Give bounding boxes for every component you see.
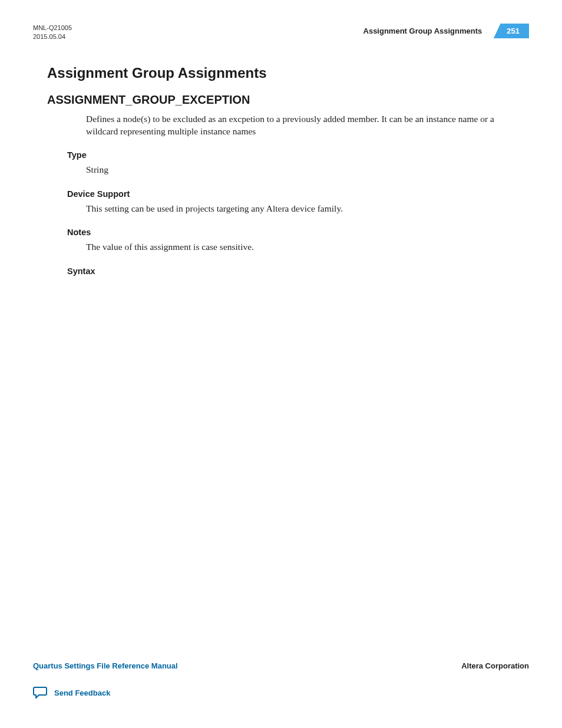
subhead-type: Type	[67, 150, 529, 160]
notes-body-block: The value of this assignment is case sen…	[86, 241, 505, 253]
intro-paragraph: Defines a node(s) to be excluded as an e…	[86, 113, 505, 138]
send-feedback-link[interactable]: Send Feedback	[33, 686, 529, 700]
manual-title-link[interactable]: Quartus Settings File Reference Manual	[33, 661, 178, 670]
section-heading-2: ASSIGNMENT_GROUP_EXCEPTION	[47, 93, 529, 107]
doc-date: 2015.05.04	[33, 32, 72, 41]
speech-bubble-icon	[33, 686, 48, 700]
header-section-title: Assignment Group Assignments	[363, 27, 482, 35]
footer-row: Quartus Settings File Reference Manual A…	[33, 661, 529, 670]
subhead-syntax: Syntax	[67, 266, 529, 276]
type-body: String	[86, 163, 505, 176]
type-body-block: String	[86, 163, 505, 176]
document-page: MNL-Q21005 2015.05.04 Assignment Group A…	[0, 0, 562, 728]
device-support-body-block: This setting can be used in projects tar…	[86, 202, 505, 215]
page-header: MNL-Q21005 2015.05.04 Assignment Group A…	[33, 24, 529, 41]
corporation-name: Altera Corporation	[461, 661, 529, 670]
page-number-badge: 251	[494, 24, 529, 38]
header-meta: MNL-Q21005 2015.05.04	[33, 24, 72, 41]
intro-paragraph-block: Defines a node(s) to be excluded as an e…	[86, 113, 505, 138]
subhead-device-support: Device Support	[67, 189, 529, 199]
send-feedback-label: Send Feedback	[54, 689, 110, 697]
section-heading-1: Assignment Group Assignments	[47, 65, 529, 81]
header-right: Assignment Group Assignments 251	[363, 24, 529, 38]
doc-id: MNL-Q21005	[33, 24, 72, 32]
notes-body: The value of this assignment is case sen…	[86, 241, 505, 253]
page-footer: Quartus Settings File Reference Manual A…	[33, 661, 529, 700]
subhead-notes: Notes	[67, 228, 529, 237]
device-support-body: This setting can be used in projects tar…	[86, 202, 505, 215]
